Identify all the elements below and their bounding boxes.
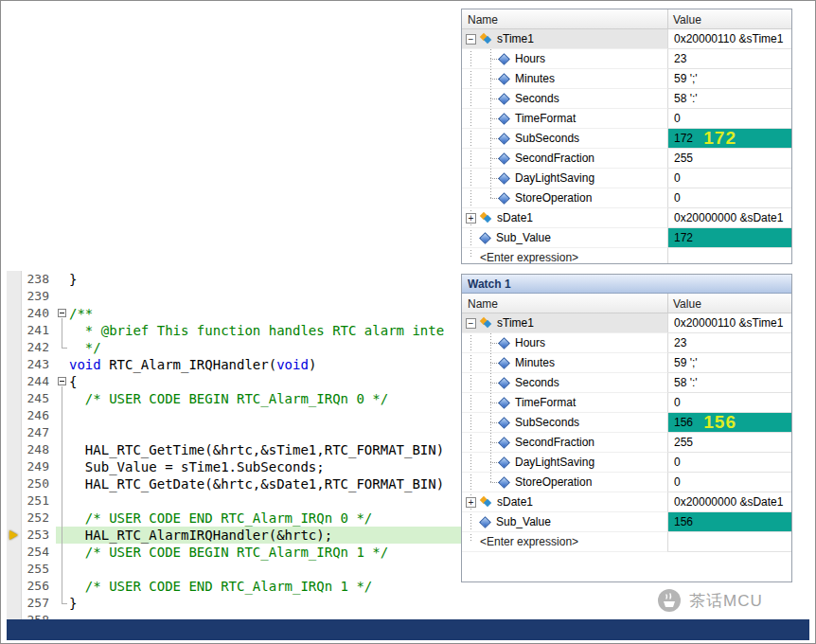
code-line-240[interactable]: 240/**	[7, 305, 461, 322]
watch-value-cell[interactable]: 0x20000000 &sDate1	[668, 208, 791, 228]
code-line-252[interactable]: 252 /* USER CODE END RTC_Alarm_IRQn 0 */	[7, 510, 461, 527]
watch-row-timeformat[interactable]: TimeFormat0	[462, 393, 791, 413]
gutter[interactable]	[7, 527, 22, 544]
code-line-254[interactable]: 254 /* USER CODE BEGIN RTC_Alarm_IRQn 1 …	[7, 544, 461, 561]
code-editor[interactable]: 238}239240/**241 * @brief This function …	[7, 269, 461, 623]
watch-row-subseconds[interactable]: SubSeconds172172	[462, 129, 791, 149]
gutter[interactable]	[7, 492, 22, 510]
watch-value-cell[interactable]: 0	[668, 393, 791, 413]
gutter[interactable]	[7, 322, 22, 339]
gutter[interactable]	[7, 458, 22, 475]
watch-value-cell[interactable]: 0	[668, 169, 791, 188]
watch-value-cell[interactable]: 255	[668, 149, 791, 169]
code-line-244[interactable]: 244{	[7, 373, 461, 390]
watch-value-cell[interactable]: 58 ':'	[668, 89, 791, 109]
code-line-239[interactable]: 239	[7, 288, 461, 305]
watch-row-sdate1[interactable]: +sDate10x20000000 &sDate1	[462, 492, 791, 512]
code-line-242[interactable]: 242 */	[7, 339, 461, 356]
watch-row-stime1[interactable]: −sTime10x20000110 &sTime1	[462, 313, 791, 333]
watch-row-seconds[interactable]: Seconds58 ':'	[462, 373, 791, 393]
gutter[interactable]	[7, 510, 22, 527]
gutter[interactable]	[7, 305, 22, 322]
gutter[interactable]	[7, 544, 22, 561]
watch-row-secondfraction[interactable]: SecondFraction255	[462, 149, 791, 169]
code-line-250[interactable]: 250 HAL_RTC_GetDate(&hrtc,&sDate1,RTC_FO…	[7, 475, 461, 492]
code-line-243[interactable]: 243void RTC_Alarm_IRQHandler(void)	[7, 356, 461, 373]
watch-value-cell[interactable]: 0x20000000 &sDate1	[668, 492, 791, 512]
watch-window-title[interactable]: Watch 1	[462, 275, 791, 294]
column-header-value[interactable]: Value	[668, 294, 791, 313]
watch-row-seconds[interactable]: Seconds58 ':'	[462, 89, 791, 109]
fold-collapse-icon[interactable]	[56, 373, 69, 390]
watch-row-subseconds[interactable]: SubSeconds156156	[462, 413, 791, 433]
code-line-253[interactable]: 253 HAL_RTC_AlarmIRQHandler(&hrtc);	[7, 527, 461, 544]
code-line-251[interactable]: 251	[7, 492, 461, 510]
gutter[interactable]	[7, 356, 22, 373]
watch-row-storeoperation[interactable]: StoreOperation0	[462, 473, 791, 492]
watch-row-timeformat[interactable]: TimeFormat0	[462, 109, 791, 129]
expand-icon[interactable]: +	[466, 213, 476, 224]
code-line-246[interactable]: 246	[7, 407, 461, 424]
column-header-value[interactable]: Value	[668, 9, 791, 28]
watch-value-cell[interactable]: 0x20000110 &sTime1	[668, 29, 791, 49]
watch-value-cell[interactable]: 172	[668, 228, 791, 248]
expand-icon[interactable]: +	[466, 497, 476, 508]
watch-value-cell[interactable]: 0	[668, 188, 791, 208]
watch-row-minutes[interactable]: Minutes59 ';'	[462, 353, 791, 373]
watch-row-stime1[interactable]: −sTime10x20000110 &sTime1	[462, 29, 791, 49]
gutter[interactable]	[7, 390, 22, 407]
watch-row-minutes[interactable]: Minutes59 ';'	[462, 69, 791, 89]
watch-value-cell[interactable]: 59 ';'	[668, 353, 791, 373]
code-line-257[interactable]: 257}	[7, 595, 461, 612]
code-line-245[interactable]: 245 /* USER CODE BEGIN RTC_Alarm_IRQn 0 …	[7, 390, 461, 407]
watch-value-cell[interactable]: 0	[668, 453, 791, 473]
watch-row-enter-expression[interactable]: <Enter expression>	[462, 248, 791, 264]
watch-row-sub-value[interactable]: Sub_Value156	[462, 512, 791, 532]
collapse-icon[interactable]: −	[466, 34, 476, 45]
gutter[interactable]	[7, 578, 22, 595]
code-line-256[interactable]: 256 /* USER CODE END RTC_Alarm_IRQn 1 */	[7, 578, 461, 595]
watch-value-cell[interactable]: 0	[668, 473, 791, 492]
column-header-name[interactable]: Name	[462, 9, 668, 28]
watch-row-storeoperation[interactable]: StoreOperation0	[462, 188, 791, 208]
collapse-icon[interactable]: −	[466, 318, 476, 329]
watch-row-secondfraction[interactable]: SecondFraction255	[462, 433, 791, 453]
gutter[interactable]	[7, 271, 22, 288]
watch-value-cell[interactable]: 58 ':'	[668, 373, 791, 393]
gutter[interactable]	[7, 595, 22, 612]
watch-value-cell[interactable]: 23	[668, 49, 791, 69]
watch-value-cell[interactable]: 156	[668, 512, 791, 532]
watch-row-daylightsaving[interactable]: DayLightSaving0	[462, 453, 791, 473]
gutter[interactable]	[7, 288, 22, 305]
gutter[interactable]	[7, 407, 22, 424]
fold-collapse-icon[interactable]	[56, 305, 69, 322]
code-line-255[interactable]: 255	[7, 561, 461, 578]
gutter[interactable]	[7, 339, 22, 356]
watch-row-sdate1[interactable]: +sDate10x20000000 &sDate1	[462, 208, 791, 228]
code-line-238[interactable]: 238}	[7, 271, 461, 288]
watch-row-hours[interactable]: Hours23	[462, 49, 791, 69]
code-line-241[interactable]: 241 * @brief This function handles RTC a…	[7, 322, 461, 339]
code-line-248[interactable]: 248 HAL_RTC_GetTime(&hrtc,&sTime1,RTC_FO…	[7, 441, 461, 458]
gutter[interactable]	[7, 561, 22, 578]
code-line-247[interactable]: 247	[7, 424, 461, 441]
column-header-name[interactable]: Name	[462, 294, 668, 313]
watch-value-cell[interactable]: 0	[668, 109, 791, 129]
gutter[interactable]	[7, 373, 22, 390]
gutter[interactable]	[7, 475, 22, 492]
watch-value-cell[interactable]: 59 ';'	[668, 69, 791, 89]
watch-value-cell[interactable]: 255	[668, 433, 791, 453]
watch-row-sub-value[interactable]: Sub_Value172	[462, 228, 791, 248]
watch-value-cell[interactable]: 172172	[668, 129, 791, 149]
code-line-249[interactable]: 249 Sub_Value = sTime1.SubSeconds;	[7, 458, 461, 475]
watch-value-cell[interactable]: 156156	[668, 413, 791, 433]
gutter[interactable]	[7, 441, 22, 458]
watch-row-daylightsaving[interactable]: DayLightSaving0	[462, 169, 791, 188]
watch-row-enter-expression[interactable]: <Enter expression>	[462, 532, 791, 552]
watch-value-cell[interactable]: 23	[668, 333, 791, 353]
watch-value-cell[interactable]: 0x20000110 &sTime1	[668, 313, 791, 333]
watch-value-cell[interactable]	[668, 248, 791, 264]
watch-value-cell[interactable]	[668, 532, 791, 552]
gutter[interactable]	[7, 424, 22, 441]
watch-row-hours[interactable]: Hours23	[462, 333, 791, 353]
